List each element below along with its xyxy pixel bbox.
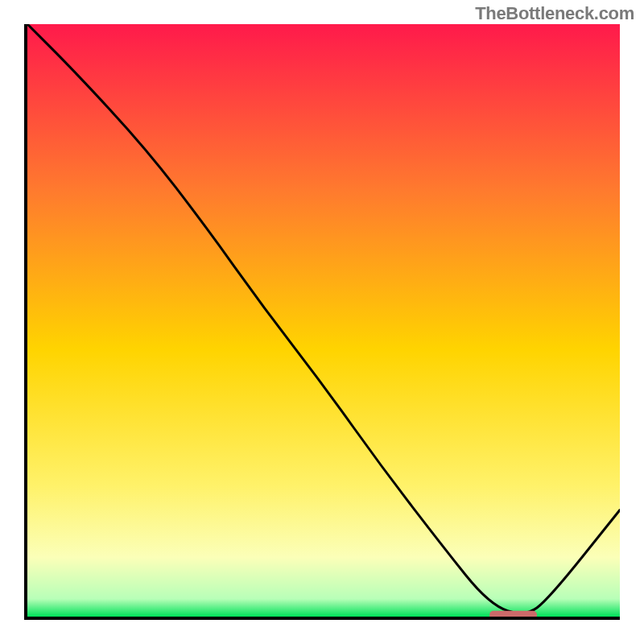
watermark-text: TheBottleneck.com bbox=[475, 3, 634, 24]
chart-container: TheBottleneck.com bbox=[0, 0, 644, 644]
optimal-marker-bar bbox=[489, 611, 537, 617]
gradient-background bbox=[27, 24, 620, 617]
plot-area bbox=[27, 24, 620, 617]
plot-svg bbox=[27, 24, 620, 617]
